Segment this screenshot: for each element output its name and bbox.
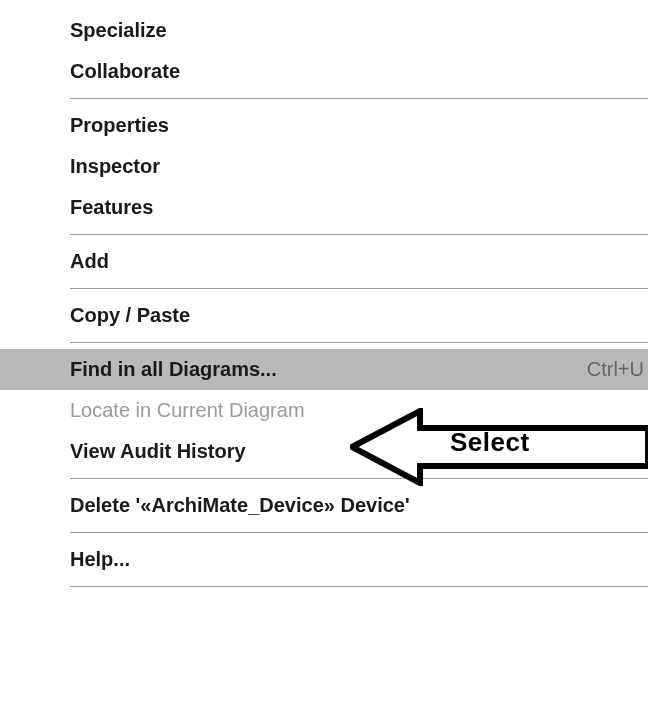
menu-item-label: Properties <box>70 114 169 137</box>
menu-item-view-audit-history[interactable]: View Audit History <box>0 431 648 472</box>
menu-item-specialize[interactable]: Specialize <box>0 10 648 51</box>
menu-separator <box>70 478 648 479</box>
menu-item-inspector[interactable]: Inspector <box>0 146 648 187</box>
menu-item-label: Delete '«ArchiMate_Device» Device' <box>70 494 410 517</box>
menu-separator <box>70 532 648 533</box>
context-menu: SpecializeCollaboratePropertiesInspector… <box>0 0 648 587</box>
menu-item-properties[interactable]: Properties <box>0 105 648 146</box>
menu-item-features[interactable]: Features <box>0 187 648 228</box>
menu-item-add[interactable]: Add <box>0 241 648 282</box>
menu-separator <box>70 98 648 99</box>
menu-separator <box>70 234 648 235</box>
menu-item-label: View Audit History <box>70 440 246 463</box>
menu-item-delete-archimate-device-device[interactable]: Delete '«ArchiMate_Device» Device' <box>0 485 648 526</box>
menu-item-label: Find in all Diagrams... <box>70 358 277 381</box>
menu-separator <box>70 586 648 587</box>
menu-item-label: Add <box>70 250 109 273</box>
menu-separator <box>70 342 648 343</box>
menu-item-label: Copy / Paste <box>70 304 190 327</box>
menu-item-label: Inspector <box>70 155 160 178</box>
menu-item-label: Collaborate <box>70 60 180 83</box>
menu-item-help[interactable]: Help... <box>0 539 648 580</box>
menu-item-shortcut: Ctrl+U <box>587 358 648 381</box>
menu-item-label: Help... <box>70 548 130 571</box>
menu-item-label: Specialize <box>70 19 167 42</box>
menu-separator <box>70 288 648 289</box>
menu-item-collaborate[interactable]: Collaborate <box>0 51 648 92</box>
menu-item-locate-in-current-diagram: Locate in Current Diagram <box>0 390 648 431</box>
menu-item-label: Locate in Current Diagram <box>70 399 305 422</box>
menu-item-find-in-all-diagrams[interactable]: Find in all Diagrams...Ctrl+U <box>0 349 648 390</box>
menu-item-copy-paste[interactable]: Copy / Paste <box>0 295 648 336</box>
menu-item-label: Features <box>70 196 153 219</box>
